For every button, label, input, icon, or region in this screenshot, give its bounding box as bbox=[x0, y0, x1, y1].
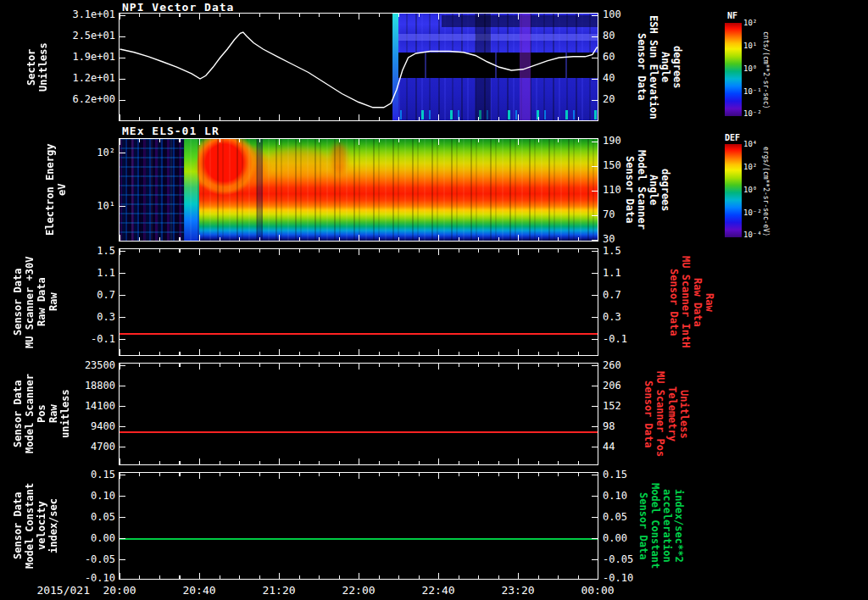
panel2-left-axis-label: Electron Energy eV bbox=[44, 138, 68, 242]
def-colorbar-title: DEF bbox=[720, 133, 745, 142]
nf-colorbar bbox=[725, 23, 742, 116]
panel3-right-axis-label: Sensor Data MU Scanner IntH Raw Data Raw bbox=[668, 248, 715, 356]
tick-marks bbox=[120, 473, 598, 479]
tick-marks bbox=[592, 365, 598, 464]
def-colorbar-units: ergs/(cm**2-sr-sec-eV) bbox=[762, 144, 770, 239]
panel1-right-axis-label: Sensor Data ESH Sun Elevation Angle degr… bbox=[636, 13, 683, 121]
x-tick-label: 00:00 bbox=[576, 584, 619, 597]
panel2-right-axis-label: Sensor Data Model Scanner Angle degrees bbox=[624, 138, 671, 242]
tick-label: 1.5 bbox=[603, 246, 654, 256]
nf-colorbar-units: cnts/(cm**2-sr-sec) bbox=[762, 23, 770, 118]
tick-marks bbox=[120, 575, 598, 579]
panel5-left-axis-label: Sensor Data Model Constant velocity inde… bbox=[12, 472, 59, 580]
panel-model-scanner-pos bbox=[119, 363, 598, 465]
tick-label: 1.9e+01 bbox=[46, 52, 115, 62]
tick-label: 6.2e+00 bbox=[46, 94, 115, 104]
panel3-left-axis-label: Sensor Data MU Scanner +30V Raw Data Raw bbox=[12, 248, 59, 356]
tick-label: -0.1 bbox=[603, 334, 654, 344]
model-scanner-pos-line bbox=[120, 431, 598, 433]
tick-marks bbox=[120, 251, 125, 355]
tick-label: 2.5e+01 bbox=[46, 31, 115, 41]
panel2-title: MEx ELS-01 LR bbox=[122, 125, 220, 137]
tick-label: 0.3 bbox=[603, 312, 654, 322]
date-label: 2015/021 bbox=[15, 584, 90, 597]
tick-marks bbox=[120, 473, 598, 476]
tick-marks bbox=[592, 251, 598, 355]
panel1-left-axis-label: Sector Unitless bbox=[25, 13, 49, 121]
mu-scanner-30v-line bbox=[120, 333, 598, 335]
tick-label: 3.1e+01 bbox=[46, 9, 115, 19]
model-constant-velocity-line bbox=[120, 538, 598, 540]
panel-els-spectrogram bbox=[119, 138, 598, 242]
tick-marks bbox=[120, 249, 598, 253]
x-tick-label: 22:00 bbox=[337, 584, 380, 597]
npi-sector-line bbox=[120, 14, 598, 120]
panel4-right-axis-label: Sensor Data MU Scanner Pos Telemetry Uni… bbox=[643, 363, 690, 465]
panel1-title: NPI Vector Data bbox=[122, 1, 234, 14]
tick-label: 0.7 bbox=[603, 290, 654, 300]
tick-marks bbox=[120, 365, 125, 464]
tick-marks bbox=[120, 475, 125, 579]
tick-marks bbox=[120, 364, 598, 369]
nf-colorbar-title: NF bbox=[720, 11, 745, 20]
tick-label: 1.2e+01 bbox=[46, 73, 115, 83]
panel5-right-axis-label: Sensor Data Model Constant acceleration … bbox=[637, 472, 685, 580]
tick-marks bbox=[592, 475, 598, 579]
x-tick-label: 21:20 bbox=[258, 584, 300, 597]
x-tick-label: 20:40 bbox=[178, 584, 220, 597]
panel-model-constant-velocity bbox=[119, 472, 598, 580]
x-tick-label: 23:20 bbox=[497, 584, 539, 597]
tick-marks bbox=[120, 364, 598, 367]
def-colorbar bbox=[725, 144, 742, 237]
x-tick-label: 22:40 bbox=[417, 584, 459, 597]
tick-marks bbox=[120, 352, 598, 355]
tick-marks bbox=[120, 349, 598, 355]
panel-npi-vector-data bbox=[119, 13, 598, 121]
tick-marks bbox=[120, 573, 598, 579]
tick-marks bbox=[120, 458, 598, 464]
tick-label: 1.1 bbox=[603, 268, 654, 278]
panel4-left-axis-label: Sensor Data Model Scanner Pos Raw unitle… bbox=[12, 363, 71, 465]
panel-mu-scanner-30v bbox=[119, 248, 598, 356]
tick-marks bbox=[120, 249, 598, 255]
plot-screen: NPI Vector Data MEx ELS-01 LR bbox=[0, 0, 868, 600]
els-spectrogram-noise bbox=[120, 139, 598, 241]
x-tick-label: 20:00 bbox=[98, 584, 141, 597]
tick-marks bbox=[120, 461, 598, 464]
